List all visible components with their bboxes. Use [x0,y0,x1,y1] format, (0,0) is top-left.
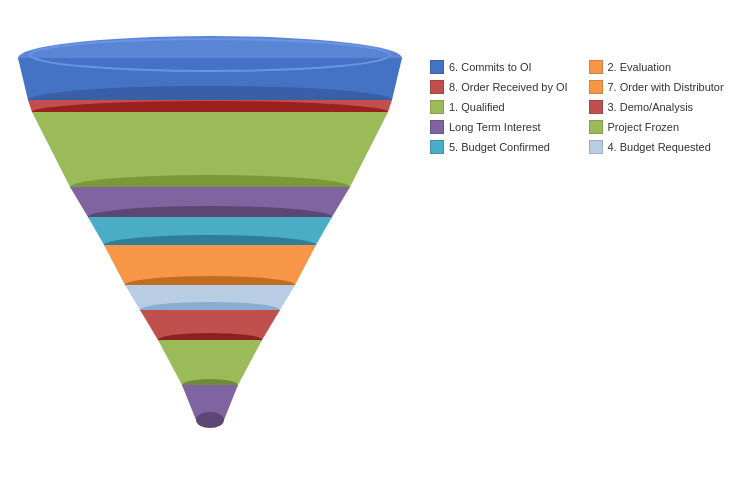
legend-color-lti [430,120,444,134]
legend-color-order-dist [589,80,603,94]
legend-label-qualified: 1. Qualified [449,101,505,113]
legend-item-budget-confirmed: 5. Budget Confirmed [430,140,579,154]
legend-item-order-oi: 8. Order Received by OI [430,80,579,94]
legend-item-evaluation: 2. Evaluation [589,60,738,74]
legend-color-order-oi [430,80,444,94]
legend-color-evaluation [589,60,603,74]
legend-item-frozen: Project Frozen [589,120,738,134]
funnel-area [0,10,420,490]
svg-marker-18 [158,340,262,385]
legend-label-order-oi: 8. Order Received by OI [449,81,568,93]
svg-point-21 [196,412,224,428]
legend-label-budget-confirmed: 5. Budget Confirmed [449,141,550,153]
legend-label-budget-requested: 4. Budget Requested [608,141,711,153]
legend-color-frozen [589,120,603,134]
legend-label-frozen: Project Frozen [608,121,680,133]
legend-item-demo: 3. Demo/Analysis [589,100,738,114]
legend-item-budget-requested: 4. Budget Requested [589,140,738,154]
legend-item-qualified: 1. Qualified [430,100,579,114]
legend-item-commits: 6. Commits to OI [430,60,579,74]
legend-color-commits [430,60,444,74]
legend-color-budget-confirmed [430,140,444,154]
legend-color-qualified [430,100,444,114]
chart-container: 6. Commits to OI 2. Evaluation 8. Order … [0,0,737,500]
legend-label-demo: 3. Demo/Analysis [608,101,694,113]
legend-color-budget-requested [589,140,603,154]
legend-label-evaluation: 2. Evaluation [608,61,672,73]
legend-label-order-dist: 7. Order with Distributor [608,81,724,93]
legend-label-lti: Long Term Interest [449,121,541,133]
legend-color-demo [589,100,603,114]
funnel-chart [10,30,410,490]
legend-item-order-dist: 7. Order with Distributor [589,80,738,94]
legend-label-commits: 6. Commits to OI [449,61,532,73]
legend-item-lti: Long Term Interest [430,120,579,134]
legend-grid: 6. Commits to OI 2. Evaluation 8. Order … [430,60,737,154]
legend-area: 6. Commits to OI 2. Evaluation 8. Order … [420,10,737,490]
